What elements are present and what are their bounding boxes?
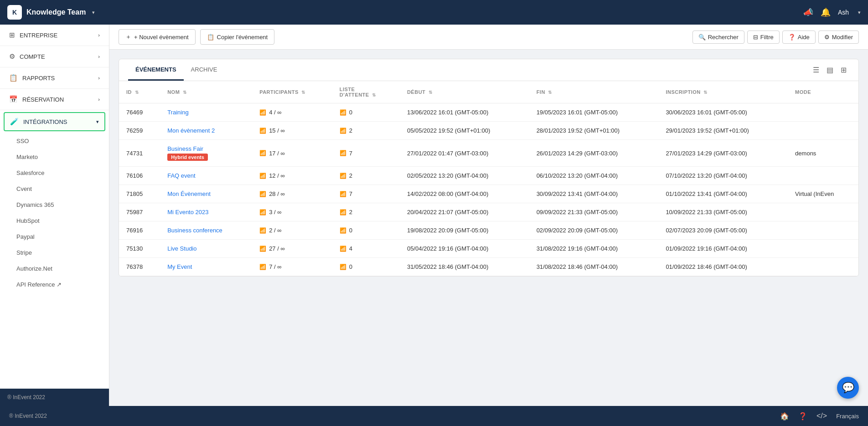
top-nav-left: K Knowledge Team ▾ [7, 5, 95, 20]
modify-button[interactable]: ⚙ Modifier [818, 31, 859, 44]
help-icon: ❓ [788, 34, 796, 41]
sidebar-sub-apireference[interactable]: API Reference ↗ [0, 277, 109, 293]
cell-inscription: 10/09/2022 21:33 (GMT-05:00) [658, 203, 788, 221]
col-debut[interactable]: DÉBUT ⇅ [400, 81, 529, 103]
cell-id: 76469 [119, 103, 160, 122]
compte-icon: ⚙ [9, 52, 15, 61]
search-button[interactable]: 🔍 Rechercher [692, 31, 744, 44]
top-nav: K Knowledge Team ▾ 📣 🔔 Ash ▾ [0, 0, 868, 25]
sidebar-item-reservation[interactable]: 📅 RÉSERVATION › [0, 89, 109, 110]
table-row[interactable]: 75130 Live Studio 📶 27 / ∞ 📶 4 05/04/202… [119, 240, 858, 258]
cell-inscription: 01/10/2022 13:41 (GMT-04:00) [658, 185, 788, 203]
col-inscription[interactable]: INSCRIPTION ⇅ [658, 81, 788, 103]
copy-event-button[interactable]: 📋 Copier l'événement [200, 29, 275, 45]
cell-id: 76259 [119, 122, 160, 140]
tab-archive[interactable]: ARCHIVE [184, 60, 225, 81]
event-name-link[interactable]: Mon évènement 2 [167, 127, 215, 134]
col-id[interactable]: ID ⇅ [119, 81, 160, 103]
app-logo: K [7, 5, 22, 20]
col-waitlist[interactable]: LISTED'ATTENTE ⇅ [332, 81, 400, 103]
home-icon[interactable]: 🏠 [780, 412, 789, 421]
table-row[interactable]: 71805 Mon Évènement 📶 28 / ∞ 📶 7 14/02/2… [119, 185, 858, 203]
cell-mode: Virtual (InEven [788, 185, 858, 203]
grid-view-icon[interactable]: ⊞ [838, 64, 849, 76]
cell-debut: 19/08/2022 20:09 (GMT-05:00) [400, 221, 529, 240]
cell-inscription: 02/07/2023 20:09 (GMT-05:00) [658, 221, 788, 240]
cell-waitlist: 📶 7 [332, 185, 400, 203]
list-view-icon[interactable]: ☰ [810, 64, 822, 76]
cell-name: Business Fair Hybrid events [160, 140, 252, 167]
table-row[interactable]: 74731 Business Fair Hybrid events 📶 17 /… [119, 140, 858, 167]
col-nom[interactable]: NOM ⇅ [160, 81, 252, 103]
table-row[interactable]: 76378 My Event 📶 7 / ∞ 📶 0 31/05/2022 18… [119, 258, 858, 276]
table-row[interactable]: 76916 Business conference 📶 2 / ∞ 📶 0 19… [119, 221, 858, 240]
help-button[interactable]: ❓ Aide [782, 31, 816, 44]
wifi-icon: 📶 [259, 191, 266, 197]
wifi-icon: 📶 [259, 264, 266, 270]
cell-inscription: 29/01/2023 19:52 (GMT+01:00) [658, 122, 788, 140]
cell-mode: demons [788, 140, 858, 167]
language-selector[interactable]: Français [836, 413, 859, 420]
event-name-link[interactable]: Mon Évènement [167, 190, 211, 197]
new-event-button[interactable]: ＋ + Nouvel évènement [119, 29, 196, 45]
event-name-link[interactable]: Mi Evento 2023 [167, 209, 208, 216]
chat-bubble[interactable]: 💬 [837, 377, 859, 399]
sidebar-item-compte[interactable]: ⚙ COMPTE › [0, 46, 109, 67]
filter-button[interactable]: ⊟ Filtre [747, 31, 780, 44]
title-dropdown-icon[interactable]: ▾ [92, 10, 95, 15]
sidebar-sub-paypal[interactable]: Paypal [0, 229, 109, 245]
cell-participants: 📶 28 / ∞ [252, 185, 332, 203]
table-body: 76469 Training 📶 4 / ∞ 📶 0 13/06/2022 16… [119, 103, 858, 276]
sidebar-item-rapports[interactable]: 📋 RAPPORTS › [0, 67, 109, 89]
toolbar-left: ＋ + Nouvel évènement 📋 Copier l'événemen… [119, 29, 274, 45]
table-row[interactable]: 76106 FAQ event 📶 12 / ∞ 📶 2 02/05/2022 … [119, 167, 858, 185]
sidebar-sub-sso[interactable]: SSO [0, 133, 109, 149]
event-name-link[interactable]: Business conference [167, 227, 222, 234]
tab-evenements[interactable]: ÉVÉNEMENTS [128, 60, 184, 81]
megaphone-icon[interactable]: 📣 [803, 7, 813, 17]
sidebar-sub-authorizenet[interactable]: Authorize.Net [0, 261, 109, 277]
compact-list-icon[interactable]: ▤ [824, 64, 836, 76]
event-name-link[interactable]: My Event [167, 263, 192, 270]
event-name-link[interactable]: Business Fair [167, 145, 203, 152]
cell-fin: 30/09/2022 13:41 (GMT-04:00) [529, 185, 659, 203]
cell-waitlist: 📶 2 [332, 122, 400, 140]
event-name-link[interactable]: Training [167, 109, 188, 116]
sidebar-sub-cvent[interactable]: Cvent [0, 181, 109, 197]
main-layout: ⊞ ENTREPRISE › ⚙ COMPTE › 📋 RAPPORTS › 📅… [0, 25, 868, 406]
rapports-icon: 📋 [9, 74, 18, 82]
toolbar: ＋ + Nouvel évènement 📋 Copier l'événemen… [109, 25, 868, 50]
sidebar-sub-dynamics365[interactable]: Dynamics 365 [0, 197, 109, 213]
sidebar-sub-marketo[interactable]: Marketo [0, 149, 109, 165]
user-name[interactable]: Ash [838, 9, 849, 16]
tabs-bar: ÉVÉNEMENTS ARCHIVE ☰ ▤ ⊞ [119, 59, 858, 81]
cell-debut: 14/02/2022 08:00 (GMT-04:00) [400, 185, 529, 203]
top-nav-right: 📣 🔔 Ash ▾ [803, 7, 861, 17]
table-row[interactable]: 75987 Mi Evento 2023 📶 3 / ∞ 📶 2 20/04/2… [119, 203, 858, 221]
cell-name: FAQ event [160, 167, 252, 185]
user-dropdown-icon[interactable]: ▾ [858, 10, 861, 15]
code-icon[interactable]: </> [816, 412, 827, 420]
bell-icon[interactable]: 🔔 [821, 7, 831, 17]
sidebar-item-integrations[interactable]: 🧪 INTÉGRATIONS ▾ [4, 112, 105, 131]
question-icon[interactable]: ❓ [798, 412, 807, 421]
table-row[interactable]: 76259 Mon évènement 2 📶 15 / ∞ 📶 2 05/05… [119, 122, 858, 140]
event-name-link[interactable]: Live Studio [167, 245, 196, 252]
cell-fin: 31/08/2022 19:16 (GMT-04:00) [529, 240, 659, 258]
toolbar-right: 🔍 Rechercher ⊟ Filtre ❓ Aide ⚙ Modifier [692, 31, 859, 44]
sidebar-sub-stripe[interactable]: Stripe [0, 245, 109, 261]
cell-fin: 19/05/2023 16:01 (GMT-05:00) [529, 103, 659, 122]
cell-mode [788, 221, 858, 240]
sidebar-sub-hubspot[interactable]: HubSpot [0, 213, 109, 229]
col-participants[interactable]: PARTICIPANTS ⇅ [252, 81, 332, 103]
sidebar-sub-salesforce[interactable]: Salesforce [0, 165, 109, 181]
col-mode: MODE [788, 81, 858, 103]
col-fin[interactable]: FIN ⇅ [529, 81, 659, 103]
cell-participants: 📶 3 / ∞ [252, 203, 332, 221]
cell-mode [788, 258, 858, 276]
cell-debut: 13/06/2022 16:01 (GMT-05:00) [400, 103, 529, 122]
event-name-link[interactable]: FAQ event [167, 172, 195, 179]
cell-waitlist: 📶 0 [332, 221, 400, 240]
sidebar-item-entreprise[interactable]: ⊞ ENTREPRISE › [0, 25, 109, 46]
table-row[interactable]: 76469 Training 📶 4 / ∞ 📶 0 13/06/2022 16… [119, 103, 858, 122]
